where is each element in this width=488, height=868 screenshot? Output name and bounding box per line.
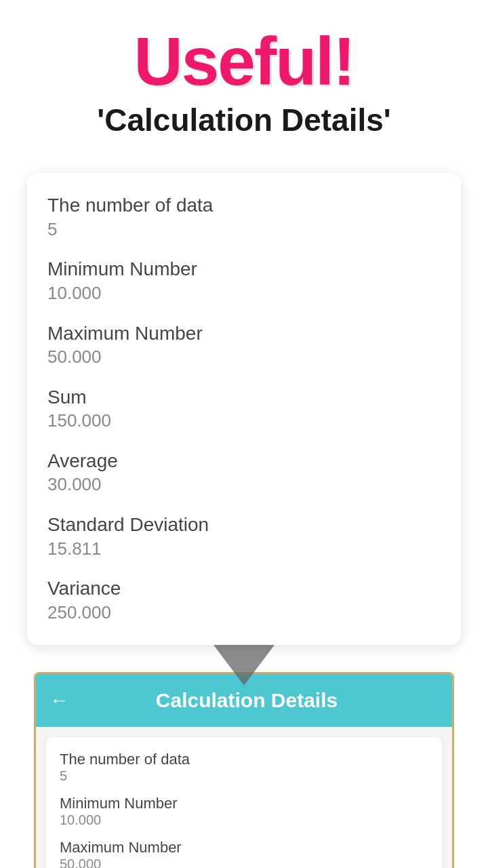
phone-mockup: ← Calculation Details The number of data… — [34, 672, 454, 869]
stat-value-variance: 250.000 — [47, 601, 441, 625]
stat-variance: Variance 250.000 — [47, 576, 441, 624]
arrow-down-icon — [214, 645, 274, 686]
stat-label-sum: Sum — [47, 385, 441, 410]
stat-maximum: Maximum Number 50.000 — [47, 321, 441, 369]
phone-stat-value-maximum: 50.000 — [60, 856, 428, 869]
top-section: Useful! 'Calculation Details' — [0, 0, 488, 153]
phone-stat-label-maximum: Maximum Number — [60, 839, 428, 856]
phone-stat-maximum: Maximum Number 50.000 — [60, 839, 428, 869]
stat-value-average: 30.000 — [47, 473, 441, 496]
phone-stat-value-minimum: 10.000 — [60, 812, 428, 828]
phone-stat-label-number-of-data: The number of data — [60, 751, 428, 768]
phone-stat-label-minimum: Minimum Number — [60, 795, 428, 812]
subtitle: 'Calculation Details' — [14, 102, 474, 139]
stat-value-maximum: 50.000 — [47, 346, 441, 369]
stat-value-sum: 150.000 — [47, 410, 441, 433]
phone-stat-value-number-of-data: 5 — [60, 768, 428, 784]
stat-label-std-deviation: Standard Deviation — [47, 513, 441, 537]
phone-content: The number of data 5 Minimum Number 10.0… — [46, 737, 442, 869]
stat-value-std-deviation: 15.811 — [47, 538, 441, 561]
arrow-section — [0, 638, 488, 686]
phone-stat-number-of-data: The number of data 5 — [60, 751, 428, 784]
stat-std-deviation: Standard Deviation 15.811 — [47, 513, 441, 560]
stat-average: Average 30.000 — [47, 449, 441, 496]
stat-label-number-of-data: The number of data — [47, 193, 441, 218]
phone-header-title: Calculation Details — [82, 689, 411, 712]
stat-value-minimum: 10.000 — [47, 282, 441, 305]
stat-value-number-of-data: 5 — [47, 218, 441, 241]
stat-minimum: Minimum Number 10.000 — [47, 257, 441, 304]
stat-sum: Sum 150.000 — [47, 385, 441, 433]
stat-label-average: Average — [47, 449, 441, 473]
stat-label-minimum: Minimum Number — [47, 257, 441, 281]
headline: Useful! — [14, 27, 474, 95]
stat-label-variance: Variance — [47, 576, 441, 601]
stat-label-maximum: Maximum Number — [47, 321, 441, 346]
stats-card: The number of data 5 Minimum Number 10.0… — [27, 173, 461, 644]
phone-stat-minimum: Minimum Number 10.000 — [60, 795, 428, 828]
back-button[interactable]: ← — [49, 690, 68, 711]
stat-number-of-data: The number of data 5 — [47, 193, 441, 241]
